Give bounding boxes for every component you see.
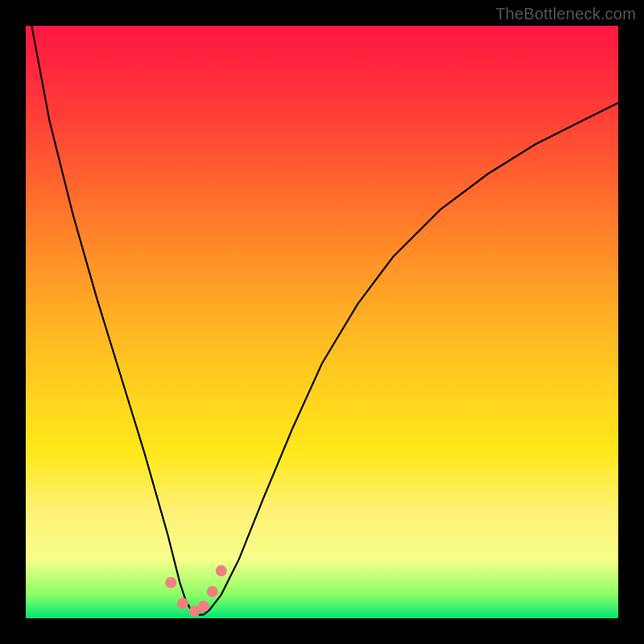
sweet-spot-dot <box>165 577 176 588</box>
sweet-spot-markers <box>26 26 618 618</box>
plot-area <box>26 26 618 618</box>
sweet-spot-dot <box>198 601 209 612</box>
attribution-text: TheBottleneck.com <box>495 5 636 23</box>
sweet-spot-dot <box>216 565 227 576</box>
sweet-spot-dot <box>177 598 188 609</box>
chart-frame: TheBottleneck.com <box>0 0 644 644</box>
sweet-spot-dot <box>207 586 218 597</box>
